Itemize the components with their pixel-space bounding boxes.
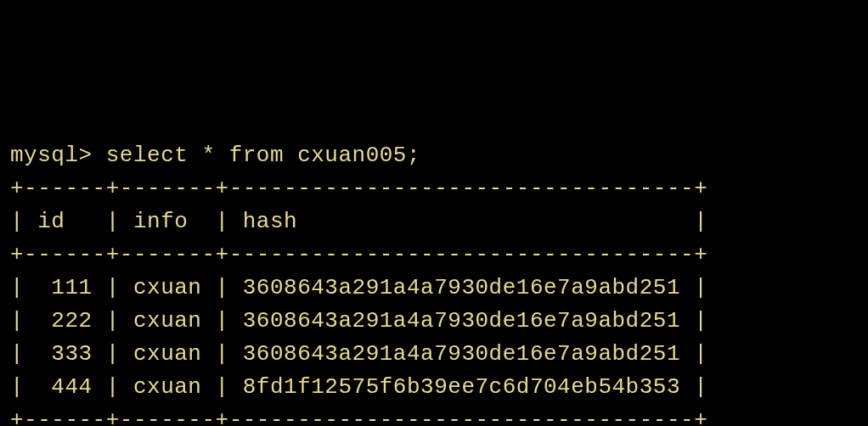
table-border-bottom: +------+-------+------------------------…	[10, 407, 707, 426]
table-row: | 444 | cxuan | 8fd1f12575f6b39ee7c6d704…	[10, 374, 707, 400]
sql-command: select * from cxuan005;	[106, 143, 420, 168]
table-border-mid: +------+-------+------------------------…	[10, 242, 707, 267]
terminal-output: mysql> select * from cxuan005; +------+-…	[10, 139, 858, 426]
table-row: | 333 | cxuan | 3608643a291a4a7930de16e7…	[10, 341, 707, 367]
mysql-prompt: mysql>	[10, 143, 106, 168]
table-row: | 111 | cxuan | 3608643a291a4a7930de16e7…	[10, 275, 707, 300]
table-row: | 222 | cxuan | 3608643a291a4a7930de16e7…	[10, 308, 707, 334]
table-border-top: +------+-------+------------------------…	[10, 176, 707, 201]
table-header-row: | id | info | hash |	[10, 209, 707, 234]
